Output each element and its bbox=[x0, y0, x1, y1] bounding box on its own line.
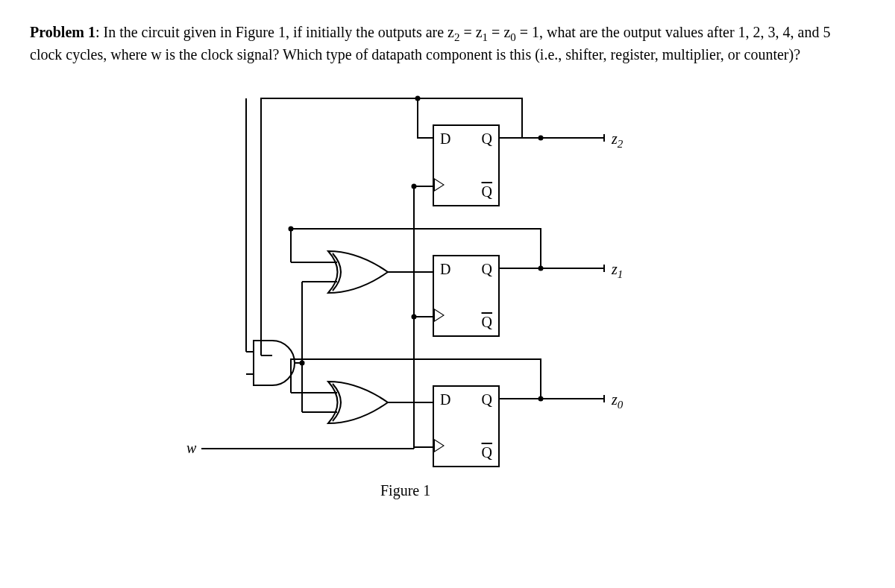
junction-dot bbox=[412, 184, 417, 189]
figure-caption: Figure 1 bbox=[380, 482, 430, 499]
junction-dot bbox=[300, 361, 305, 366]
problem-label: Problem 1 bbox=[30, 24, 95, 40]
circuit-wiring bbox=[186, 80, 709, 512]
junction-dot bbox=[538, 266, 544, 271]
junction-dot bbox=[415, 96, 421, 101]
junction-dot bbox=[538, 396, 544, 402]
output-z1-label: z1 bbox=[612, 261, 623, 281]
input-w-label: w bbox=[186, 440, 196, 457]
junction-dot bbox=[538, 136, 544, 141]
output-z2-label: z2 bbox=[612, 130, 623, 151]
figure-1: D Q Q D Q Q D Q Q bbox=[186, 80, 709, 512]
output-z0-label: z0 bbox=[612, 391, 623, 411]
junction-dot bbox=[412, 314, 417, 320]
junction-dot bbox=[289, 227, 294, 232]
problem-statement: Problem 1: In the circuit given in Figur… bbox=[30, 22, 850, 65]
